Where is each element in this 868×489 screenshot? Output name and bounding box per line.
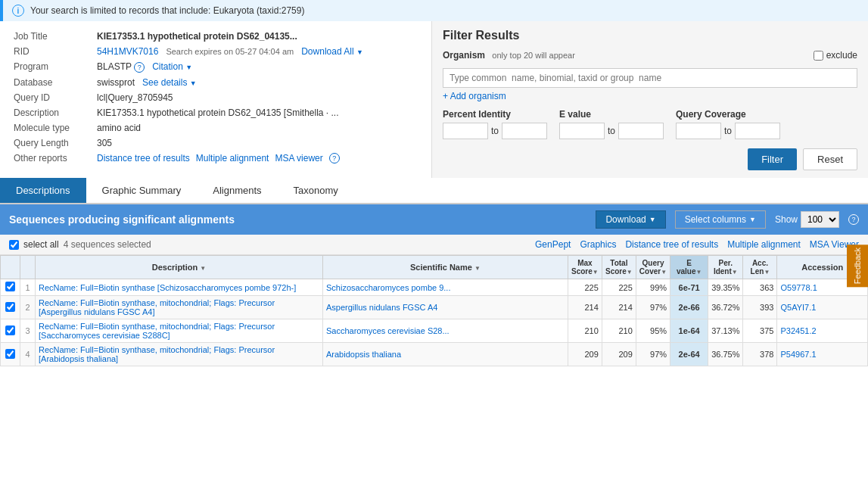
row-num: 2 [20,296,36,319]
filter-button[interactable]: Filter [748,148,797,170]
database-row: Database swissprot See details ▼ [11,75,421,90]
row-per-ident: 36.75% [708,343,743,366]
distance-tree-link[interactable]: Distance tree of results [97,153,190,164]
genpept-link[interactable]: GenPept [535,239,571,250]
row-max-score: 210 [568,319,602,343]
evalue-from[interactable] [559,123,605,139]
program-help-icon[interactable]: ? [134,62,145,73]
tabs-bar: Descriptions Graphic Summary Alignments … [0,178,868,204]
citation-link[interactable]: Citation ▼ [152,61,192,72]
rid-cell: 54H1MVK7016 Search expires on 05-27 04:0… [94,44,421,59]
multiple-alignment-link[interactable]: Multiple alignment [196,153,269,164]
sciname-link[interactable]: Saccharomyces cerevisiae S28... [326,326,450,335]
tab-graphic-summary[interactable]: Graphic Summary [86,178,198,203]
info-icon: i [12,5,24,17]
evalue-sort-arrow[interactable]: ▼ [695,269,702,276]
row-evalue: 2e-64 [670,343,708,366]
sciname-link[interactable]: Arabidopsis thaliana [326,350,401,359]
row-evalue: 6e-71 [670,279,708,296]
description-link[interactable]: RecName: Full=Biotin synthase, mitochond… [39,345,275,363]
download-all-link[interactable]: Download All ▼ [301,46,363,57]
select-all-checkbox[interactable] [9,240,19,250]
main-content: Job Title KIE17353.1 hypothetical protei… [0,21,868,178]
msa-viewer-link[interactable]: MSA viewer [275,153,322,164]
percent-identity-label: Percent Identity [443,109,547,120]
otherreports-row: Other reports Distance tree of results M… [11,151,421,166]
totalscore-sort-arrow[interactable]: ▼ [627,269,633,276]
evalue-to: to [608,126,615,136]
evalue-group: E value to [559,109,664,139]
queryid-label: Query ID [11,90,94,105]
results-help-icon[interactable]: ? [848,214,859,225]
row-total-score: 210 [602,319,636,343]
row-checkbox[interactable] [5,325,15,335]
description-sort-arrow[interactable]: ▼ [200,265,206,272]
accession-link[interactable]: O59778.1 [780,283,817,292]
sciname-link[interactable]: Aspergillus nidulans FGSC A4 [326,303,437,312]
queryid-row: Query ID lcl|Query_8705945 [11,90,421,105]
description-label: Description [11,105,94,120]
row-evalue: 1e-64 [670,319,708,343]
sciname-sort-arrow[interactable]: ▼ [474,265,481,272]
row-total-score: 225 [602,279,636,296]
tab-taxonomy[interactable]: Taxonomy [278,178,354,203]
sciname-link[interactable]: Schizosaccharomyces pombe 9... [326,283,450,292]
row-scientific-name: Arabidopsis thaliana [323,343,568,366]
evalue-to-input[interactable] [618,123,664,139]
row-description: RecName: Full=Biotin synthase, mitochond… [36,343,323,366]
download-button[interactable]: Download ▼ [596,210,665,229]
feedback-tab[interactable]: Feedback [847,244,868,287]
percent-identity-from[interactable] [443,123,488,139]
description-link[interactable]: RecName: Full=Biotin synthase, mitochond… [39,298,275,316]
tab-descriptions[interactable]: Descriptions [0,178,86,203]
querycover-sort-arrow[interactable]: ▼ [661,269,667,276]
graphics-link[interactable]: Graphics [580,239,616,250]
other-reports-links: Distance tree of results Multiple alignm… [97,153,418,164]
th-description: Description ▼ [36,256,323,279]
evalue-label: E value [559,109,664,120]
th-scientific-name: Scientific Name ▼ [323,256,568,279]
queryid-value: lcl|Query_8705945 [94,90,421,105]
row-checkbox[interactable] [5,302,15,312]
row-accession: P32451.2 [777,319,868,343]
acclen-sort-arrow[interactable]: ▼ [764,269,770,276]
percent-identity-to-input[interactable] [502,123,547,139]
select-all-group: select all 4 sequences selected [9,239,151,250]
filter-buttons: Filter Reset [443,148,857,170]
show-select[interactable]: 100 50 20 [801,211,839,228]
rid-label: RID [11,44,94,59]
selected-multiple-alignment-link[interactable]: Multiple alignment [727,239,801,250]
query-coverage-from[interactable] [676,123,721,139]
other-reports-help-icon[interactable]: ? [329,153,340,164]
rid-row: RID 54H1MVK7016 Search expires on 05-27 … [11,44,421,59]
row-num: 4 [20,343,36,366]
perident-sort-arrow[interactable]: ▼ [732,269,738,276]
accession-link[interactable]: Q5AYI7.1 [780,303,816,312]
molecule-value: amino acid [94,120,421,135]
filter-panel: Filter Results Organism only top 20 will… [431,21,868,178]
row-query-cover: 99% [636,279,670,296]
select-columns-button[interactable]: Select columns ▼ [675,210,766,229]
query-coverage-to-input[interactable] [735,123,780,139]
description-link[interactable]: RecName: Full=Biotin synthase, mitochond… [39,322,275,340]
description-link[interactable]: RecName: Full=Biotin synthase [Schizosac… [39,283,296,292]
rid-link[interactable]: 54H1MVK7016 [97,46,158,57]
row-checkbox[interactable] [5,349,15,359]
row-checkbox[interactable] [5,282,15,291]
accession-link[interactable]: P32451.2 [780,326,816,335]
tab-alignments[interactable]: Alignments [197,178,277,203]
reset-button[interactable]: Reset [803,148,857,170]
results-table: Description ▼ Scientific Name ▼ Max Scor… [0,255,868,366]
organism-input[interactable] [443,68,857,88]
query-coverage-label: Query Coverage [676,109,780,120]
results-title: Sequences producing significant alignmen… [9,213,235,226]
exclude-checkbox[interactable] [814,51,823,61]
maxscore-sort-arrow[interactable]: ▼ [593,269,599,276]
organism-section: Organism only top 20 will appear exclude… [443,50,857,101]
see-details-link[interactable]: See details ▼ [142,77,197,88]
results-controls: Download ▼ Select columns ▼ Show 100 50 … [596,210,859,229]
add-organism-link[interactable]: + Add organism [443,91,857,101]
query-coverage-inputs: to [676,123,780,139]
accession-link[interactable]: P54967.1 [780,350,816,359]
selected-distance-tree-link[interactable]: Distance tree of results [625,239,718,250]
